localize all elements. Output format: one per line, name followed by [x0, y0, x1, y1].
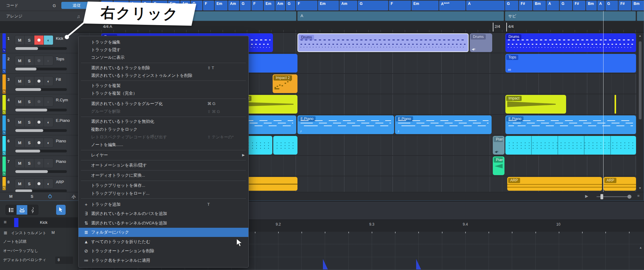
record-arm-button[interactable]	[34, 159, 44, 168]
chord-cell[interactable]: G	[286, 1, 295, 10]
track-volume-slider[interactable]	[15, 150, 67, 152]
solo-button[interactable]: S	[25, 138, 34, 147]
menu-item[interactable]: 選択されているトラックを削除⇧ T	[79, 64, 248, 72]
instrument-value[interactable]: M	[52, 231, 55, 235]
arranger-note-icon[interactable]: ♫	[77, 13, 80, 19]
mute-button[interactable]: M	[15, 77, 25, 86]
overlap-row[interactable]: オーバーラップなし	[0, 247, 78, 255]
menu-item[interactable]: 選択されているトラックを無効化	[79, 118, 248, 126]
menu-item[interactable]: 複数のトラックをロック	[79, 126, 248, 133]
chord-cell[interactable]: A	[466, 1, 504, 10]
chord-cell[interactable]: F	[296, 1, 317, 10]
score-mode-button[interactable]	[27, 205, 38, 215]
chord-cell[interactable]: A	[546, 1, 559, 10]
clip[interactable]: Piano◀×	[493, 136, 504, 155]
menu-item[interactable]: トラックプリセットを保存...	[79, 182, 248, 189]
track-volume-slider[interactable]	[15, 47, 67, 50]
clip[interactable]: E.Piano♪	[297, 115, 394, 134]
scroll-up-icon[interactable]: ▲	[638, 34, 642, 37]
track-volume-slider[interactable]	[15, 68, 67, 70]
audition-row[interactable]: ノートを試聴	[0, 238, 78, 246]
zoom-slider-end[interactable]	[627, 195, 631, 199]
record-arm-button[interactable]	[34, 77, 44, 86]
solo-button[interactable]: S	[25, 56, 34, 65]
record-arm-button[interactable]	[34, 56, 44, 65]
menu-item[interactable]: 選択されているトラックとインストゥルメントを削除	[79, 72, 248, 79]
drum-mode-button[interactable]	[17, 205, 27, 215]
chord-cell[interactable]: F	[389, 1, 411, 10]
clip[interactable]: E.Piano	[505, 115, 636, 134]
chord-cell[interactable]: Asus4	[439, 1, 466, 10]
menu-item[interactable]: トラックを隠す	[79, 46, 248, 54]
chord-cell[interactable]: Em	[264, 1, 275, 10]
menu-item[interactable]: オートメーションを表示/隠す	[79, 161, 248, 169]
vertical-scrollbar-thumb[interactable]	[639, 41, 642, 119]
menu-item[interactable]: ⊘トラックオートメーションを削除	[79, 246, 248, 256]
clip[interactable]: Drums	[297, 33, 469, 52]
chord-cell[interactable]: G	[560, 1, 572, 10]
arranger-section[interactable]	[637, 11, 644, 21]
track-header[interactable]: ∿5MS◐E.Piano	[0, 115, 79, 135]
play-cursor-icon[interactable]: ▶	[585, 194, 588, 198]
chord-cell[interactable]: G	[505, 1, 518, 10]
global-mute-button[interactable]: M	[9, 194, 13, 199]
menu-item[interactable]: ≔トラック名をチャンネルに適用	[79, 256, 248, 265]
track-volume-slider[interactable]	[15, 109, 67, 111]
solo-button[interactable]: S	[25, 179, 34, 188]
editor-scroll-up-icon[interactable]: ▲	[639, 246, 642, 249]
chord-cell[interactable]: Am	[275, 1, 285, 10]
chord-cell[interactable]: Em	[215, 1, 228, 10]
solo-button[interactable]: S	[25, 159, 34, 168]
zoom-slider-handle[interactable]	[600, 194, 603, 199]
chord-cell[interactable]: Bm	[586, 1, 597, 10]
menu-item[interactable]: トラックプリセットをロード...	[79, 189, 248, 197]
mute-button[interactable]: M	[15, 36, 25, 45]
mute-button[interactable]: M	[15, 138, 25, 147]
menu-item[interactable]: オーディオトラックに変換...	[79, 171, 248, 179]
chord-cell[interactable]: Bm	[533, 1, 546, 10]
chord-cell[interactable]: F	[203, 1, 214, 10]
vertical-scrollbar[interactable]: ▲ ▼	[637, 33, 644, 192]
mute-button[interactable]: M	[15, 118, 25, 127]
track-header[interactable]: ∿6MS◐Piano	[0, 135, 79, 156]
mute-button[interactable]: M	[15, 179, 25, 188]
mute-button[interactable]: M	[15, 56, 25, 65]
global-solo-button[interactable]: S	[31, 194, 33, 199]
mute-button[interactable]: M	[15, 159, 25, 168]
chord-cell[interactable]: F#	[519, 1, 532, 10]
record-arm-button[interactable]	[34, 36, 44, 45]
menu-item[interactable]: コンソールに表示	[79, 54, 248, 62]
menu-icon[interactable]: ≡	[4, 219, 6, 225]
monitor-button[interactable]: ◐	[44, 97, 53, 106]
drum-note[interactable]	[323, 259, 328, 269]
menu-item[interactable]: トラックを編集	[79, 38, 248, 46]
clip[interactable]	[615, 95, 616, 114]
monitor-button[interactable]: ◐	[44, 36, 53, 45]
chord-cell[interactable]: G	[240, 1, 251, 10]
menu-item[interactable]: ▲すべてのトラックを折りたたむ	[79, 237, 248, 246]
playhead[interactable]	[603, 11, 604, 192]
chord-key-value[interactable]: G	[53, 3, 56, 8]
global-power-button[interactable]	[48, 194, 52, 199]
monitor-button[interactable]: ◐	[44, 179, 53, 188]
menu-item[interactable]: +トラックを追加T	[79, 200, 248, 209]
pianoroll-mode-button[interactable]	[6, 205, 17, 215]
zoom-menu-icon[interactable]: ≡	[637, 193, 640, 198]
monitor-button[interactable]: ◐	[44, 118, 53, 127]
solo-button[interactable]: S	[25, 118, 34, 127]
track-name[interactable]: Piano	[56, 159, 66, 164]
arrow-tool-button[interactable]	[56, 205, 66, 215]
track-name[interactable]: ARP	[56, 180, 64, 184]
drum-note[interactable]	[416, 259, 421, 269]
track-volume-slider[interactable]	[15, 170, 67, 173]
instrument-row[interactable]: ▦ インストゥルメント M	[0, 229, 78, 237]
track-name[interactable]: Tops	[56, 57, 64, 61]
chord-cell[interactable]: A	[597, 1, 605, 10]
chord-cell[interactable]: Em	[412, 1, 439, 10]
track-size-button[interactable]: 小	[72, 194, 76, 200]
track-name[interactable]: Piano	[56, 139, 66, 143]
chord-cell[interactable]: G	[605, 1, 618, 10]
monitor-button[interactable]: ◐	[44, 77, 53, 86]
menu-item[interactable]: トラックを複製（完全）	[79, 90, 248, 97]
record-arm-button[interactable]	[34, 118, 44, 127]
